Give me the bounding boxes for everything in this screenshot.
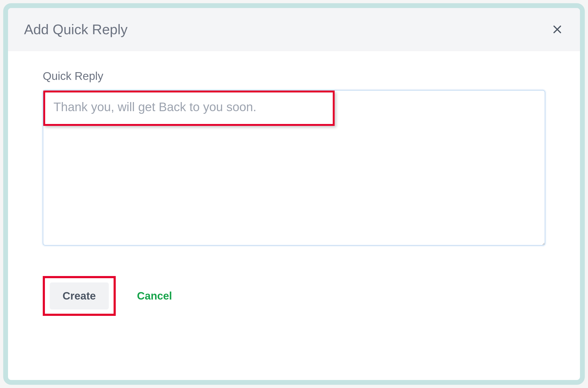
modal-title: Add Quick Reply (24, 21, 127, 37)
modal-container: Add Quick Reply Quick Reply Create Cance… (3, 3, 585, 385)
quick-reply-textarea[interactable] (43, 90, 545, 246)
close-button[interactable] (551, 23, 564, 36)
modal-body: Quick Reply (8, 51, 580, 247)
cancel-button[interactable]: Cancel (137, 290, 172, 302)
modal-footer: Create Cancel (8, 247, 580, 337)
close-icon (552, 24, 563, 35)
modal-header: Add Quick Reply (8, 8, 580, 51)
textarea-wrapper (43, 90, 545, 247)
quick-reply-label: Quick Reply (43, 70, 545, 83)
annotation-highlight-button: Create (43, 276, 116, 316)
create-button[interactable]: Create (50, 282, 109, 309)
